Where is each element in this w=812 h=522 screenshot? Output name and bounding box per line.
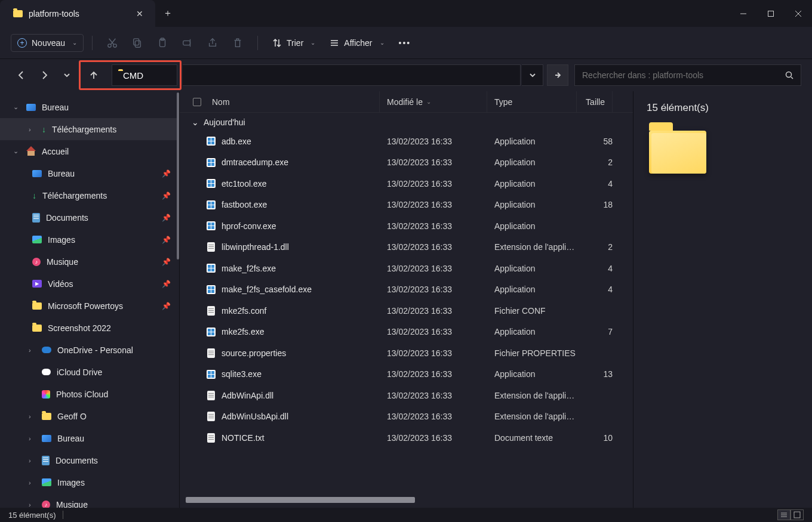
sidebar-item-icloud[interactable]: iCloud Drive [0, 361, 179, 383]
file-row[interactable]: adb.exe13/02/2023 16:33Application58 [180, 131, 633, 152]
tab-platform-tools[interactable]: platform-tools ✕ [0, 0, 155, 27]
view-button[interactable]: Afficher ⌄ [324, 35, 390, 51]
file-row[interactable]: dmtracedump.exe13/02/2023 16:33Applicati… [180, 152, 633, 174]
sidebar-item-telechargements[interactable]: ›↓Téléchargements [0, 118, 179, 140]
select-all-checkbox[interactable] [193, 98, 201, 106]
cut-button[interactable] [101, 33, 124, 53]
file-modified: 13/02/2023 16:33 [380, 391, 487, 400]
file-type: Application [487, 285, 577, 294]
view-details-button[interactable] [777, 509, 791, 520]
sidebar-item-powertoys[interactable]: Microsoft Powertoys📌 [0, 295, 179, 317]
scrollbar-thumb[interactable] [186, 497, 415, 503]
file-row[interactable]: make_f2fs.exe13/02/2023 16:33Application… [180, 258, 633, 279]
view-label: Afficher [344, 38, 372, 48]
sidebar-item-videos[interactable]: ▶Vidéos📌 [0, 273, 179, 295]
sort-icon [272, 38, 282, 48]
sidebar-item-documents[interactable]: Documents📌 [0, 206, 179, 228]
file-type: Extension de l'applica... [487, 391, 577, 400]
file-row[interactable]: fastboot.exe13/02/2023 16:33Application1… [180, 194, 633, 216]
image-icon [42, 478, 51, 486]
sidebar-item-geoff[interactable]: ›Geoff O [0, 405, 179, 427]
file-row[interactable]: NOTICE.txt13/02/2023 16:33Document texte… [180, 427, 633, 449]
address-bar-extension[interactable] [183, 64, 521, 86]
sidebar-item-screenshot[interactable]: Screenshot 2022 [0, 317, 179, 339]
file-row[interactable]: mke2fs.conf13/02/2023 16:33Fichier CONF [180, 300, 633, 322]
toolbar: + Nouveau ⌄ Trier ⌄ Afficher ⌄ ••• [0, 27, 812, 59]
recent-button[interactable] [56, 64, 78, 86]
sidebar-item-musique2[interactable]: ›♪Musique [0, 493, 179, 508]
exe-icon [206, 137, 216, 146]
svg-rect-12 [183, 41, 190, 45]
sidebar-item-label: Photos iCloud [56, 390, 108, 399]
address-history-button[interactable] [522, 64, 543, 86]
file-row[interactable]: AdbWinApi.dll13/02/2023 16:33Extension d… [180, 385, 633, 406]
file-row[interactable]: make_f2fs_casefold.exe13/02/2023 16:33Ap… [180, 279, 633, 301]
forward-button[interactable] [33, 64, 55, 86]
sort-button[interactable]: Trier ⌄ [266, 35, 321, 51]
sidebar-item-images[interactable]: Images📌 [0, 228, 179, 251]
sidebar-item-label: Bureau [42, 103, 69, 112]
more-button[interactable]: ••• [393, 35, 417, 51]
search-input[interactable] [582, 70, 785, 80]
col-type[interactable]: Type [487, 91, 577, 112]
document-icon [42, 456, 50, 465]
view-large-button[interactable] [791, 509, 804, 520]
share-button[interactable] [201, 33, 224, 53]
up-button[interactable] [83, 64, 104, 86]
chevron-down-icon: ⌄ [192, 118, 199, 127]
copy-button[interactable] [126, 33, 149, 53]
file-row[interactable]: mke2fs.exe13/02/2023 16:33Application7 [180, 322, 633, 343]
sidebar-item-bureau[interactable]: Bureau📌 [0, 162, 179, 184]
file-row[interactable]: source.properties13/02/2023 16:33Fichier… [180, 342, 633, 364]
new-tab-button[interactable]: ＋ [155, 7, 180, 20]
sidebar-item-musique[interactable]: ♪Musique📌 [0, 251, 179, 273]
address-bar[interactable] [112, 64, 177, 86]
navbar [0, 59, 812, 91]
col-name[interactable]: Nom [192, 91, 380, 112]
file-name: make_f2fs_casefold.exe [222, 285, 312, 294]
horizontal-scrollbar[interactable] [186, 496, 627, 504]
sidebar-item-images2[interactable]: ›Images [0, 471, 179, 493]
file-row[interactable]: sqlite3.exe13/02/2023 16:33Application13 [180, 364, 633, 385]
new-button[interactable]: + Nouveau ⌄ [11, 34, 84, 52]
sidebar-item-bureau-root[interactable]: ⌄Bureau [0, 96, 179, 118]
titlebar: platform-tools ✕ ＋ [0, 0, 812, 27]
chevron-down-icon: ⌄ [72, 39, 77, 46]
close-tab-icon[interactable]: ✕ [134, 9, 146, 18]
file-row[interactable]: AdbWinUsbApi.dll13/02/2023 16:33Extensio… [180, 406, 633, 428]
address-go-button[interactable] [547, 64, 568, 86]
minimize-button[interactable] [730, 0, 757, 27]
sidebar-item-label: OneDrive - Personal [57, 345, 133, 355]
sidebar-item-telechargements2[interactable]: ↓Téléchargements📌 [0, 184, 179, 206]
col-size[interactable]: Taille [577, 91, 613, 112]
group-header[interactable]: ⌄Aujourd'hui [180, 113, 633, 131]
sidebar-item-bureau2[interactable]: ›Bureau [0, 427, 179, 449]
file-name: fastboot.exe [222, 200, 267, 209]
file-row[interactable]: libwinpthread-1.dll13/02/2023 16:33Exten… [180, 237, 633, 258]
maximize-button[interactable] [757, 0, 785, 27]
svg-point-17 [786, 72, 792, 78]
sidebar-item-onedrive[interactable]: ›OneDrive - Personal [0, 339, 179, 361]
rename-button[interactable] [176, 33, 199, 53]
paste-button[interactable] [151, 33, 174, 53]
sidebar-item-accueil[interactable]: ⌄Accueil [0, 140, 179, 162]
column-headers: Nom Modifié le⌄ Type Taille [180, 91, 633, 113]
folder-icon [42, 413, 51, 420]
back-button[interactable] [11, 64, 32, 86]
close-window-button[interactable] [785, 0, 812, 27]
file-name: NOTICE.txt [222, 433, 264, 443]
file-row[interactable]: etc1tool.exe13/02/2023 16:33Application4 [180, 173, 633, 194]
file-type: Fichier PROPERTIES [487, 348, 577, 358]
delete-button[interactable] [226, 33, 249, 53]
file-size: 2 [577, 157, 613, 167]
sidebar-item-label: Screenshot 2022 [48, 323, 111, 333]
sidebar-item-label: Musique [56, 500, 88, 508]
group-label: Aujourd'hui [204, 118, 245, 127]
search-box[interactable] [574, 64, 801, 86]
sidebar-item-photos[interactable]: Photos iCloud [0, 383, 179, 405]
col-modified[interactable]: Modifié le⌄ [380, 91, 487, 112]
file-row[interactable]: hprof-conv.exe13/02/2023 16:33Applicatio… [180, 215, 633, 237]
pin-icon: 📌 [162, 191, 171, 200]
search-icon [785, 71, 793, 79]
sidebar-item-documents2[interactable]: ›Documents [0, 449, 179, 471]
